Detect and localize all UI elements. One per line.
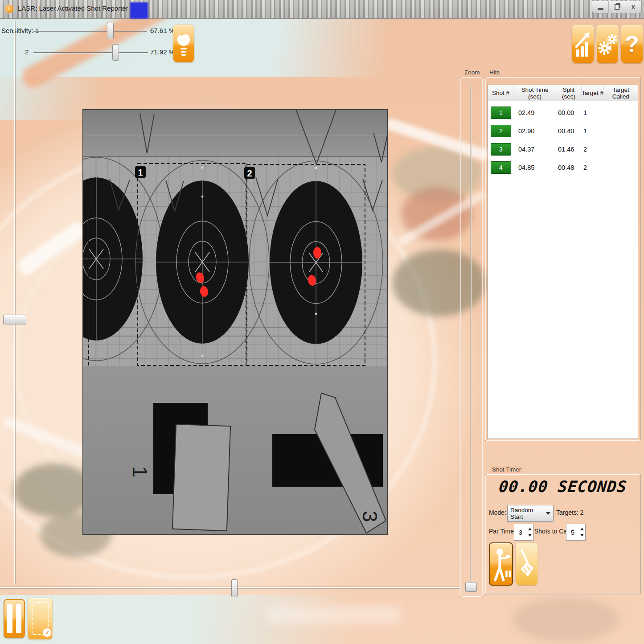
hits-table-header: Shot # Shot Time (sec) Split (sec) Targe… — [488, 85, 638, 101]
timer-display: 00.00 SECONDS — [484, 478, 642, 496]
background-leaf-blob — [13, 464, 94, 517]
zoom-slider-thumb[interactable] — [465, 582, 477, 592]
shots-to-call-stepper[interactable]: 5 — [566, 524, 586, 541]
par-time-arrows — [527, 524, 533, 540]
target-zone-2-badge: 2 — [244, 167, 255, 179]
close-button[interactable]: X — [625, 1, 641, 13]
lasr-application-window: LASR: Laser Activated Shot Reporter X Se… — [0, 0, 644, 644]
help-button[interactable]: ? — [621, 25, 643, 63]
zoom-slider-track[interactable] — [471, 86, 472, 588]
split-value: 00.48 — [556, 164, 582, 171]
gears-icon — [598, 30, 617, 58]
camera-image: 1 2 1 3 — [83, 110, 387, 534]
stats-chart-icon — [574, 31, 592, 57]
minimize-icon — [598, 8, 603, 10]
camera-view[interactable]: 1 2 1 3 — [82, 109, 388, 535]
table-row[interactable]: 1 02.49 00.00 1 — [488, 106, 638, 119]
hits-table[interactable]: Shot # Shot Time (sec) Split (sec) Targe… — [488, 85, 638, 439]
restore-button[interactable] — [609, 1, 625, 13]
shot-number-badge: 1 — [491, 107, 511, 119]
background-swirl — [267, 606, 401, 624]
sensitivity-1-slider-track[interactable] — [33, 31, 147, 32]
dashed-region-icon — [32, 602, 49, 635]
vertical-pan-slider-thumb[interactable] — [3, 315, 26, 324]
split-value: 00.40 — [556, 127, 582, 135]
stepper-up-icon[interactable] — [580, 528, 584, 530]
table-row[interactable]: 2 02.90 00.40 1 — [488, 124, 638, 138]
pause-icon — [7, 604, 21, 633]
table-row[interactable]: 4 04.85 00.48 2 — [488, 161, 638, 174]
shot-number-badge: 2 — [491, 125, 511, 137]
paper-number-left: 1 — [128, 466, 152, 478]
minimize-button[interactable] — [592, 1, 609, 13]
target-zone-1-badge: 1 — [135, 166, 146, 178]
start-timer-button[interactable] — [489, 542, 513, 586]
background-blue-object — [130, 2, 148, 19]
mode-dropdown[interactable]: Random Start — [507, 505, 554, 522]
shot-number-badge: 4 — [491, 161, 511, 174]
par-time-value: 3 — [514, 524, 527, 540]
shot-time-value: 02.49 — [514, 109, 556, 116]
restore-icon — [615, 4, 619, 10]
par-time-label: Par Time: — [489, 528, 516, 535]
target-number-value: 2 — [582, 164, 604, 171]
sensitivity-2-slider-track[interactable] — [33, 52, 148, 53]
stepper-up-icon[interactable] — [528, 528, 532, 530]
shots-to-call-value: 5 — [566, 524, 579, 540]
paper-number-right: 3 — [358, 511, 381, 522]
svg-text:2: 2 — [247, 168, 252, 178]
window-titlebar[interactable]: LASR: Laser Activated Shot Reporter X — [0, 0, 644, 19]
sensitivity-1-value: 67.61 % — [150, 27, 175, 34]
window-controls: X — [592, 1, 642, 13]
sensitivity-2-label: 2 — [25, 48, 29, 56]
mode-label: Mode: — [489, 509, 506, 516]
shot-time-value: 04.85 — [514, 164, 556, 171]
zoom-panel-label: Zoom — [463, 69, 482, 76]
column-header-split[interactable]: Split (sec) — [556, 85, 582, 101]
app-icon — [5, 5, 13, 13]
vertical-pan-slider-track[interactable] — [14, 21, 15, 584]
shot-marker — [313, 247, 321, 258]
window-title: LASR: Laser Activated Shot Reporter — [18, 4, 128, 12]
paper-top-band — [83, 110, 387, 159]
target-number-value: 1 — [582, 109, 604, 116]
target-number-value: 2 — [582, 146, 604, 153]
stepper-down-icon[interactable] — [580, 534, 584, 537]
shot-time-value: 02.90 — [514, 127, 556, 135]
settings-button[interactable] — [596, 25, 619, 63]
clear-hits-button[interactable] — [516, 542, 538, 585]
horizontal-pan-slider-track[interactable] — [0, 587, 460, 588]
help-icon: ? — [625, 31, 639, 57]
column-header-target-called[interactable]: Target Called — [604, 85, 638, 101]
column-header-shot-time[interactable]: Shot Time (sec) — [514, 85, 556, 101]
lighting-button[interactable] — [173, 25, 194, 62]
shot-number-badge: 3 — [491, 143, 511, 156]
column-header-target[interactable]: Target # — [582, 85, 604, 101]
sensitivity-2-slider-thumb[interactable] — [112, 44, 119, 61]
zoom-panel — [460, 77, 483, 597]
par-time-stepper[interactable]: 3 — [514, 524, 533, 541]
shot-timer-label: Shot Timer — [490, 466, 523, 473]
broom-icon — [517, 545, 537, 582]
shooter-icon — [490, 544, 512, 584]
pause-button[interactable] — [4, 599, 25, 638]
svg-text:1: 1 — [138, 168, 143, 177]
shots-to-call-arrows — [579, 524, 585, 540]
lightbulb-icon — [175, 28, 193, 59]
split-value: 00.00 — [556, 109, 582, 116]
chevron-down-icon — [546, 512, 550, 515]
sensitivity-1-slider-thumb[interactable] — [107, 23, 114, 39]
background-leaf-blob — [513, 597, 619, 642]
shot-time-value: 04.37 — [514, 146, 556, 153]
horizontal-pan-slider-thumb[interactable] — [231, 579, 238, 597]
column-header-shot[interactable]: Shot # — [488, 85, 514, 101]
stats-button[interactable] — [572, 25, 594, 63]
define-zone-button[interactable] — [28, 598, 53, 640]
hits-panel-label: Hits — [488, 69, 501, 76]
targets-count-label: Targets: 2 — [556, 509, 583, 516]
paper-sheet-left — [172, 424, 230, 531]
stepper-down-icon[interactable] — [528, 534, 532, 537]
target-number-value: 1 — [582, 127, 604, 135]
table-row[interactable]: 3 04.37 01.46 2 — [488, 143, 638, 156]
mode-dropdown-value: Random Start — [510, 507, 546, 520]
